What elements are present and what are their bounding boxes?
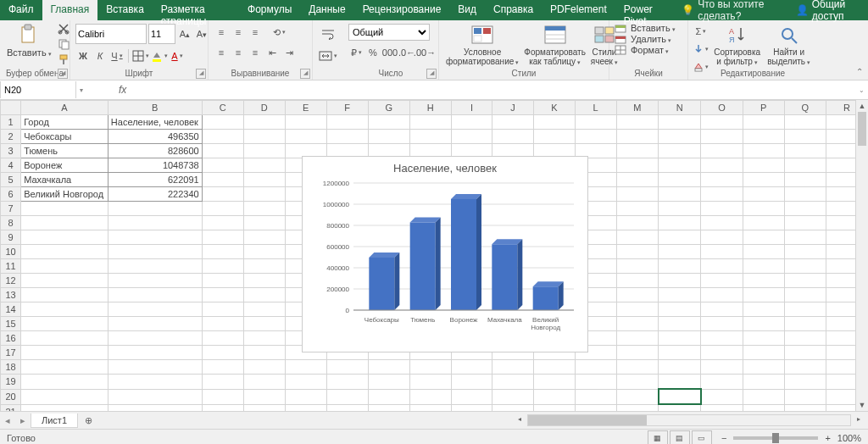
cell[interactable]	[202, 375, 243, 390]
column-header[interactable]: Q	[784, 101, 826, 115]
horizontal-scroll-thumb[interactable]	[528, 415, 647, 425]
tab-formulas[interactable]: Формулы	[239, 0, 300, 20]
column-header[interactable]: E	[285, 101, 326, 115]
vertical-scroll-thumb[interactable]	[858, 112, 866, 146]
cell[interactable]	[784, 360, 826, 375]
cell[interactable]: Воронеж	[21, 158, 108, 173]
cell[interactable]	[784, 375, 826, 390]
bold-button[interactable]: Ж	[75, 47, 91, 64]
cell[interactable]	[743, 375, 784, 390]
row-header[interactable]: 15	[1, 317, 21, 331]
cell[interactable]	[701, 144, 743, 158]
column-header[interactable]: A	[21, 101, 108, 115]
accounting-format-button[interactable]: ₽	[348, 44, 364, 61]
view-page-break-button[interactable]: ▭	[692, 430, 712, 444]
cell[interactable]	[616, 288, 659, 302]
cell[interactable]	[575, 360, 616, 375]
cell[interactable]	[533, 389, 575, 404]
tab-powerpivot[interactable]: Power Pivot	[615, 0, 673, 20]
cell[interactable]	[368, 389, 409, 404]
cell[interactable]	[21, 375, 108, 390]
cell[interactable]	[616, 144, 659, 158]
cell[interactable]	[108, 331, 202, 346]
zoom-slider-knob[interactable]	[772, 433, 779, 443]
align-right-button[interactable]: ≡	[248, 44, 263, 61]
cell[interactable]	[659, 187, 701, 202]
wrap-text-button[interactable]	[318, 25, 338, 42]
insert-function-button[interactable]: fx	[112, 84, 133, 96]
row-header[interactable]: 1	[1, 115, 21, 130]
cell[interactable]	[533, 360, 575, 375]
cell[interactable]	[21, 288, 108, 302]
row-header[interactable]: 9	[1, 230, 21, 245]
cell[interactable]	[533, 404, 575, 411]
cell[interactable]	[659, 115, 701, 130]
cell[interactable]	[659, 245, 701, 259]
cell[interactable]	[743, 317, 784, 331]
font-name-combo[interactable]	[75, 24, 147, 44]
cell[interactable]	[659, 173, 701, 187]
cell[interactable]	[21, 259, 108, 274]
cell[interactable]	[243, 130, 285, 144]
cell[interactable]	[659, 346, 701, 360]
cell[interactable]	[701, 259, 743, 274]
cell[interactable]	[243, 173, 285, 187]
cell[interactable]	[701, 331, 743, 346]
cell[interactable]	[784, 144, 826, 158]
cell[interactable]	[784, 115, 826, 130]
cell[interactable]	[451, 375, 492, 390]
cell[interactable]	[575, 404, 616, 411]
cell[interactable]	[743, 274, 784, 288]
cell[interactable]	[243, 245, 285, 259]
paste-button[interactable]: Вставить	[5, 22, 53, 59]
cell[interactable]	[701, 389, 743, 404]
cell[interactable]	[701, 404, 743, 411]
expand-formula-bar[interactable]: ⌄	[855, 86, 868, 94]
format-cells-button[interactable]: Формат	[615, 45, 682, 55]
align-left-button[interactable]: ≡	[214, 44, 229, 61]
zoom-value[interactable]: 100%	[837, 433, 861, 443]
cell[interactable]	[108, 202, 202, 216]
row-header[interactable]: 21	[1, 404, 21, 411]
column-header[interactable]: I	[451, 101, 492, 115]
cell[interactable]	[202, 331, 243, 346]
cell[interactable]	[368, 360, 409, 375]
cell[interactable]	[202, 346, 243, 360]
row-header[interactable]: 14	[1, 302, 21, 317]
cell[interactable]	[108, 389, 202, 404]
cell[interactable]	[616, 202, 659, 216]
cell[interactable]	[743, 202, 784, 216]
cell[interactable]	[616, 115, 659, 130]
row-header[interactable]: 10	[1, 245, 21, 259]
cell[interactable]	[451, 360, 492, 375]
cell[interactable]	[202, 259, 243, 274]
zoom-in-button[interactable]: +	[825, 433, 830, 443]
tab-data[interactable]: Данные	[300, 0, 353, 20]
cell[interactable]	[451, 389, 492, 404]
cell[interactable]	[616, 375, 659, 390]
cell[interactable]	[784, 274, 826, 288]
cell[interactable]	[784, 230, 826, 245]
tell-me-search[interactable]: 💡 Что вы хотите сделать?	[673, 0, 787, 20]
cell[interactable]	[575, 375, 616, 390]
row-header[interactable]: 2	[1, 130, 21, 144]
cell[interactable]	[743, 216, 784, 230]
cell[interactable]	[21, 230, 108, 245]
cell[interactable]	[575, 115, 616, 130]
cell[interactable]	[202, 144, 243, 158]
cell[interactable]	[784, 346, 826, 360]
cell[interactable]	[701, 202, 743, 216]
row-header[interactable]: 13	[1, 288, 21, 302]
cell[interactable]	[616, 216, 659, 230]
cell[interactable]	[368, 115, 409, 130]
tab-help[interactable]: Справка	[485, 0, 542, 20]
cell[interactable]	[21, 346, 108, 360]
cell[interactable]	[701, 317, 743, 331]
cell[interactable]	[701, 173, 743, 187]
cell[interactable]	[492, 375, 534, 390]
row-header[interactable]: 6	[1, 187, 21, 202]
align-middle-button[interactable]: ≡	[231, 24, 246, 41]
cell[interactable]	[492, 360, 534, 375]
cell[interactable]	[108, 230, 202, 245]
fill-color-button[interactable]	[151, 47, 168, 64]
